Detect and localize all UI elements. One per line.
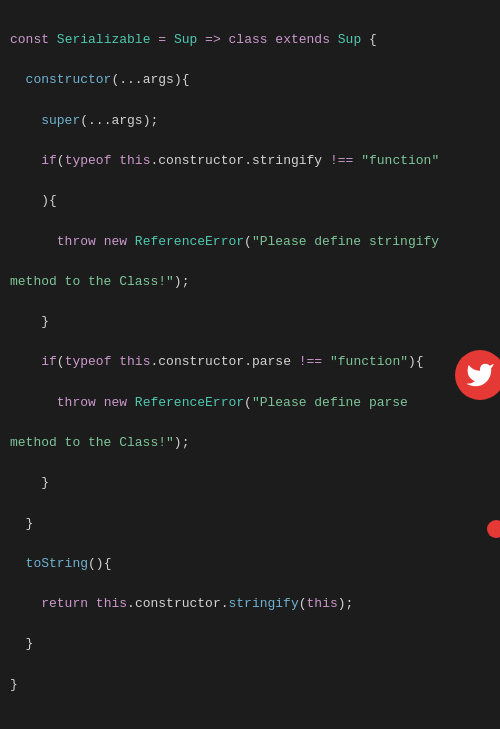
notification-dot: [487, 520, 500, 538]
bird-icon[interactable]: [455, 350, 500, 400]
code-content: const Serializable = Sup => class extend…: [10, 10, 500, 729]
code-editor: const Serializable = Sup => class extend…: [0, 0, 500, 729]
